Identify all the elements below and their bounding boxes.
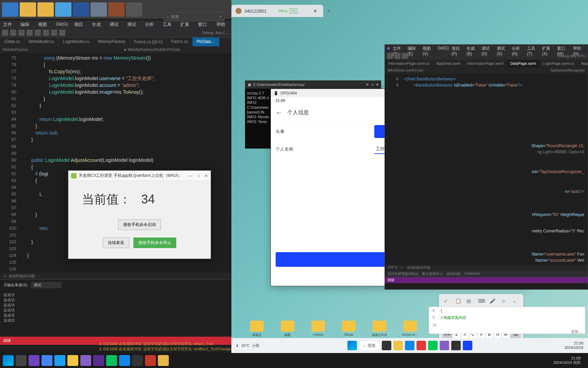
vs2-ext[interactable]: 扩展(X) (542, 46, 554, 51)
remote-session-tab[interactable]: 340122651 28ms HD ✕ (231, 5, 323, 17)
redo-btn[interactable] (59, 30, 65, 36)
explorer-icon[interactable] (20, 2, 36, 17)
host-app6[interactable] (158, 355, 169, 366)
winrar-icon[interactable] (108, 2, 125, 17)
open-btn[interactable] (27, 30, 33, 36)
menu-help[interactable]: 帮助(H) (213, 20, 231, 28)
add-tab-icon[interactable]: + (219, 14, 222, 19)
vs2-file[interactable]: 文件(F) (393, 46, 405, 51)
bc-left[interactable]: WebApiFactory (3, 47, 28, 51)
vs2-addwatch[interactable]: 添加 ↓ (429, 328, 585, 335)
term-close-icon[interactable]: ✕ (366, 82, 369, 87)
vs2-bt1[interactable]: 断点管理中心 (422, 272, 443, 276)
vs2-build[interactable]: 生成(B) (467, 46, 479, 51)
vs2-tab4[interactable]: LoginPage.xaml.cs (539, 60, 578, 68)
menu-window[interactable]: 窗口(W) (195, 20, 214, 28)
vs2-tab3[interactable]: DataPage.xaml (507, 60, 539, 68)
tb-vs[interactable] (440, 341, 449, 350)
host-app3[interactable] (54, 355, 65, 366)
vs2-code[interactable]: 8<Shell.BackButtonBehavior> 9<BackButton… (385, 74, 588, 265)
vs2-dbg[interactable]: 调试(D) (481, 46, 494, 51)
menu-file[interactable]: 文件(F) (0, 20, 17, 28)
saveall-btn[interactable] (43, 30, 49, 36)
undo-btn[interactable] (51, 30, 57, 36)
start-button[interactable] (347, 341, 357, 350)
tab-1[interactable]: WriteModel.cs (24, 37, 59, 46)
kb-collapse-icon[interactable]: ⌄ (512, 298, 519, 304)
tb-app2[interactable] (428, 341, 438, 350)
vs2-proj[interactable]: 项目(P) (452, 46, 464, 51)
minimize-icon[interactable]: — (189, 173, 193, 178)
vs2-bt3[interactable]: CodeLens (464, 272, 480, 276)
menu-analyze[interactable]: 分析(N) (142, 20, 160, 28)
tb-app1[interactable] (416, 341, 426, 350)
vs2-test[interactable]: 测试(S) (497, 46, 509, 51)
vs2-view[interactable]: 视图(V) (423, 46, 435, 51)
remote-time[interactable]: 21:09 (565, 341, 583, 346)
tab-3[interactable]: WebApiFactory (94, 37, 130, 46)
receive-start-button[interactable]: 接收手机命令启动 (118, 219, 161, 230)
bc-right[interactable]: WebApiFactory.Models.PlcData (128, 47, 180, 51)
host-app2[interactable] (29, 355, 39, 366)
vs2-edit[interactable]: 编辑(E) (408, 46, 420, 51)
tab-5[interactable]: Form1.cs (167, 37, 193, 46)
folder-4[interactable]: 新建文件夹 (371, 321, 388, 337)
menu-ext[interactable]: 扩展(X) (177, 20, 195, 28)
out-from-select[interactable]: 调试 (31, 282, 62, 288)
host-wechat[interactable] (106, 355, 117, 366)
vs2-bc[interactable]: MAUIDemo (net8.0-ios) (388, 68, 423, 73)
vs2-tab5[interactable]: AppShell… (578, 60, 588, 68)
vs2-zoom[interactable]: 154 % (388, 265, 397, 270)
kb-emoji-icon[interactable]: ☺ (501, 298, 507, 304)
vs2-tab1[interactable]: AppShell.xaml (433, 60, 463, 68)
session-close-icon[interactable]: ✕ (311, 8, 319, 14)
host-clock[interactable]: 21:09 2024/10/24 周四 (553, 356, 585, 365)
winform-titlebar[interactable]: 关老师C#工控课堂 手机app联合winform上位机（MAUI） — □ ✕ (68, 171, 211, 181)
new-session-icon[interactable]: + (327, 7, 330, 15)
menu-git[interactable]: Git(G) (53, 20, 71, 28)
vs2-ana[interactable]: 分析(N) (512, 46, 524, 51)
receive-stop-button[interactable]: 接收手机命令停止 (133, 237, 176, 248)
tab-2[interactable]: LoginModel.cs (59, 37, 93, 46)
host-vs2[interactable] (93, 355, 104, 366)
vs2-help[interactable]: 帮助(H) (573, 46, 586, 51)
vs2-git[interactable]: Git(G) (438, 46, 449, 51)
app2-icon[interactable] (91, 2, 107, 17)
vs2-tab0[interactable]: InformationPage.xaml.cs (385, 60, 433, 68)
folder-3[interactable]: Ebook (340, 321, 357, 337)
vs2-tab2[interactable]: InformationPage.xaml (463, 60, 507, 68)
host-start[interactable] (3, 355, 14, 366)
word-icon[interactable] (73, 2, 89, 17)
host-app1[interactable] (16, 355, 27, 366)
folder-1[interactable]: 截图 (279, 321, 296, 337)
menu-tools[interactable]: 工具(T) (160, 20, 177, 28)
kb-expand-icon[interactable]: ⤢ (444, 298, 450, 304)
phone-back-icon[interactable]: ← (276, 109, 282, 117)
kb-keys-icon[interactable]: ⌨ (478, 298, 484, 304)
app-icon[interactable] (55, 2, 71, 17)
vs2-win[interactable]: 窗口(W) (557, 46, 570, 51)
vs2-btn1[interactable] (387, 53, 393, 59)
close-icon[interactable]: ✕ (205, 173, 208, 178)
menu-view[interactable]: 视图(V) (35, 20, 53, 28)
host-term[interactable] (132, 355, 143, 366)
folder-0[interactable]: 新建文 (248, 321, 265, 337)
vs2-bt2[interactable]: 错误列表 (447, 272, 460, 276)
vs-search[interactable]: ⌕ 搜索 + (163, 12, 225, 21)
tab-6[interactable]: PlcData… (193, 37, 219, 46)
vs2-cpu[interactable]: Any CPU (570, 54, 586, 58)
terminal-titlebar[interactable]: ▣ C:\Users\water\Desktop\scrcpy ✕ + ▾ (245, 80, 381, 89)
host-vs1[interactable] (80, 355, 91, 366)
tb-edge[interactable] (405, 341, 414, 350)
tb-explorer[interactable] (393, 341, 403, 350)
tab-0[interactable]: cData.cs (0, 37, 24, 46)
vs2-debug[interactable]: Debug (558, 54, 569, 58)
menu-build[interactable]: 生成(B) (89, 20, 107, 28)
config-debug[interactable]: Debug (202, 31, 213, 35)
save-btn[interactable] (35, 30, 41, 36)
kb-mic-icon[interactable]: 🎤 (490, 298, 496, 304)
tab-4[interactable]: Form1.cs [设计] (130, 37, 167, 46)
host-app5[interactable] (145, 355, 156, 366)
send-loop-button[interactable]: 连续发送 (103, 237, 129, 248)
vs2-tools[interactable]: 工具(T) (527, 46, 539, 51)
